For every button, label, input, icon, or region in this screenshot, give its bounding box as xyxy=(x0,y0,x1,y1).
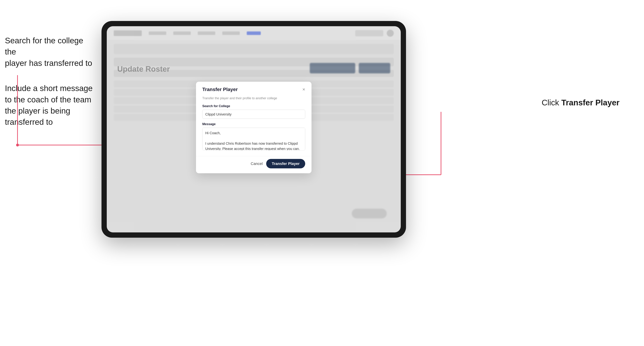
annotation-right: Click Transfer Player xyxy=(542,98,620,107)
message-textarea[interactable]: Hi Coach, I understand Chris Robertson h… xyxy=(202,128,305,151)
college-search-input[interactable] xyxy=(202,110,305,119)
tablet-frame: Update Roster Transfer Player × Transfer… xyxy=(102,21,406,238)
modal-title: Transfer Player xyxy=(202,87,238,92)
cancel-button[interactable]: Cancel xyxy=(251,162,263,166)
annotation-text-1: Search for the college the player has tr… xyxy=(5,35,96,69)
tablet-screen: Update Roster Transfer Player × Transfer… xyxy=(107,26,401,232)
modal-overlay: Transfer Player × Transfer the player an… xyxy=(107,26,401,232)
modal-subtitle: Transfer the player and their profile to… xyxy=(202,96,305,100)
annotation-text-2: Include a short message to the coach of … xyxy=(5,83,96,128)
annotation-right-label: Click xyxy=(542,98,561,107)
svg-point-3 xyxy=(16,144,19,147)
message-label: Message xyxy=(202,122,305,126)
college-label: Search for College xyxy=(202,104,305,108)
annotation-left: Search for the college the player has tr… xyxy=(5,35,96,128)
modal-footer: Cancel Transfer Player xyxy=(196,156,312,173)
modal-close-button[interactable]: × xyxy=(302,87,305,92)
modal-body: Transfer the player and their profile to… xyxy=(196,95,312,156)
annotation-right-bold: Transfer Player xyxy=(562,98,620,107)
transfer-player-modal: Transfer Player × Transfer the player an… xyxy=(196,82,312,173)
transfer-player-button[interactable]: Transfer Player xyxy=(266,159,305,169)
modal-header: Transfer Player × xyxy=(196,82,312,95)
